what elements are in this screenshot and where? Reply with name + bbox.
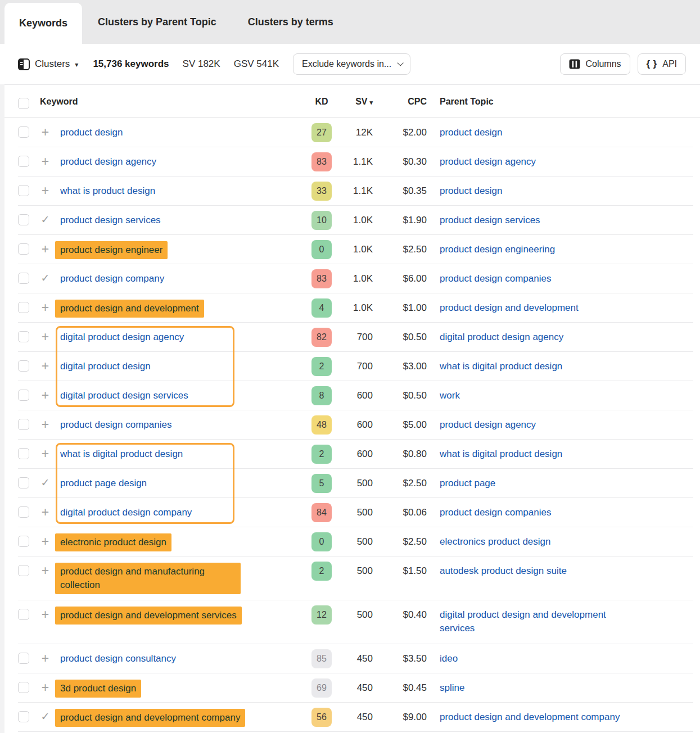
row-checkbox[interactable] <box>18 682 29 693</box>
row-checkbox[interactable] <box>18 711 29 722</box>
keyword-link[interactable]: product design agency <box>60 156 156 167</box>
parent-topic-link[interactable]: what is digital product design <box>440 360 562 373</box>
tab-clusters-by-terms[interactable]: Clusters by terms <box>232 0 349 44</box>
row-checkbox[interactable] <box>18 390 29 401</box>
plus-icon[interactable]: + <box>30 126 60 138</box>
sv-value: 450 <box>341 644 373 666</box>
row-checkbox[interactable] <box>18 126 29 138</box>
row-checkbox[interactable] <box>18 185 29 196</box>
parent-topic-link[interactable]: product design agency <box>440 155 536 169</box>
keyword-link[interactable]: product design and development <box>55 300 204 318</box>
columns-button[interactable]: Columns <box>560 53 630 75</box>
row-checkbox[interactable] <box>18 360 29 372</box>
keyword-link[interactable]: product design engineer <box>55 241 168 259</box>
row-checkbox[interactable] <box>18 302 29 313</box>
row-checkbox[interactable] <box>18 273 29 284</box>
parent-topic-link[interactable]: product design companies <box>440 506 551 519</box>
row-checkbox[interactable] <box>18 156 29 167</box>
parent-topic-link[interactable]: work <box>440 389 460 402</box>
sv-value: 500 <box>341 527 373 549</box>
row-checkbox[interactable] <box>18 565 29 576</box>
row-checkbox[interactable] <box>18 609 29 620</box>
table-row: + 3d product design 69 450 $0.45 spline <box>0 673 700 703</box>
header-parent-topic[interactable]: Parent Topic <box>427 85 682 107</box>
left-gutter <box>0 84 4 733</box>
cpc-value: $0.45 <box>373 673 427 695</box>
cpc-value: $6.00 <box>373 264 427 286</box>
plus-icon[interactable]: + <box>30 389 60 401</box>
header-sv-label: SV <box>355 97 367 106</box>
keyword-link[interactable]: digital product design company <box>60 507 192 518</box>
row-checkbox[interactable] <box>18 506 29 518</box>
cpc-value: $1.00 <box>373 293 427 315</box>
parent-topic-link[interactable]: spline <box>440 681 464 695</box>
keyword-link[interactable]: product design and development company <box>55 709 245 727</box>
keyword-link[interactable]: digital product design services <box>60 390 188 401</box>
api-label: API <box>662 59 677 69</box>
cpc-value: $3.00 <box>373 352 427 373</box>
header-sv[interactable]: SV▾ <box>341 85 373 107</box>
keyword-link[interactable]: product design companies <box>60 419 171 430</box>
parent-topic-link[interactable]: product design and development company <box>440 711 620 724</box>
row-checkbox[interactable] <box>18 419 29 430</box>
plus-icon[interactable]: + <box>30 184 60 197</box>
exclude-keywords-button[interactable]: Exclude keywords in... <box>293 53 410 75</box>
check-icon[interactable]: ✓ <box>30 477 60 489</box>
kd-badge: 48 <box>311 415 332 435</box>
tab-keywords[interactable]: Keywords <box>4 3 82 44</box>
parent-topic-link[interactable]: product design and development <box>440 301 579 315</box>
plus-icon[interactable]: + <box>30 447 60 460</box>
parent-topic-link[interactable]: ideo <box>440 652 458 666</box>
parent-topic-link[interactable]: product design <box>440 184 503 198</box>
parent-topic-link[interactable]: product design companies <box>440 272 551 286</box>
parent-topic-link[interactable]: what is digital product design <box>440 447 562 461</box>
sv-value: 700 <box>341 352 373 373</box>
plus-icon[interactable]: + <box>30 155 60 168</box>
table-row: + product design companies 48 600 $5.00 … <box>0 410 700 440</box>
sv-value: 1.0K <box>341 235 373 256</box>
plus-icon[interactable]: + <box>30 418 60 431</box>
parent-topic-link[interactable]: electronics product design <box>440 535 551 549</box>
plus-icon[interactable]: + <box>30 331 60 343</box>
header-kd[interactable]: KD <box>302 85 341 107</box>
row-checkbox[interactable] <box>18 536 29 547</box>
row-checkbox[interactable] <box>18 243 29 255</box>
plus-icon[interactable]: + <box>30 652 60 664</box>
row-checkbox[interactable] <box>18 477 29 488</box>
keyword-link[interactable]: what is digital product design <box>60 449 183 459</box>
check-icon[interactable]: ✓ <box>30 272 60 284</box>
gsv-total: GSV 541K <box>234 58 279 70</box>
keyword-link[interactable]: digital product design agency <box>60 332 184 342</box>
keyword-link[interactable]: product design services <box>60 215 161 225</box>
keyword-link[interactable]: product design <box>60 127 123 138</box>
keyword-link[interactable]: 3d product design <box>55 680 141 698</box>
tab-clusters-by-parent-topic[interactable]: Clusters by Parent Topic <box>82 0 232 44</box>
plus-icon[interactable]: + <box>30 360 60 372</box>
parent-topic-link[interactable]: product design <box>440 126 503 139</box>
api-button[interactable]: { } API <box>638 53 686 75</box>
parent-topic-link[interactable]: digital product design agency <box>440 331 563 344</box>
keyword-link[interactable]: what is product design <box>60 185 155 196</box>
parent-topic-link[interactable]: product page <box>440 477 495 490</box>
keyword-link[interactable]: product design and development services <box>55 607 242 625</box>
keyword-link[interactable]: product page design <box>60 478 147 488</box>
keyword-link[interactable]: electronic product design <box>55 533 171 551</box>
plus-icon[interactable]: + <box>30 506 60 518</box>
header-cpc[interactable]: CPC <box>373 85 427 107</box>
keyword-link[interactable]: product design and manufacturing collect… <box>55 563 241 594</box>
keyword-link[interactable]: product design consultancy <box>60 653 176 664</box>
row-checkbox[interactable] <box>18 653 29 664</box>
keyword-link[interactable]: digital product design <box>60 361 151 372</box>
row-checkbox[interactable] <box>18 331 29 342</box>
select-all-checkbox[interactable] <box>18 98 29 109</box>
keyword-link[interactable]: product design company <box>60 273 164 284</box>
check-icon[interactable]: ✓ <box>30 214 60 226</box>
parent-topic-link[interactable]: autodesk product design suite <box>440 564 567 578</box>
parent-topic-link[interactable]: digital product design and development s… <box>440 608 642 635</box>
row-checkbox[interactable] <box>18 214 29 225</box>
clusters-view-dropdown[interactable]: Clusters ▾ <box>18 58 78 70</box>
parent-topic-link[interactable]: product design agency <box>440 418 536 432</box>
row-checkbox[interactable] <box>18 448 29 459</box>
parent-topic-link[interactable]: product design services <box>440 214 540 227</box>
parent-topic-link[interactable]: product design engineering <box>440 243 555 256</box>
